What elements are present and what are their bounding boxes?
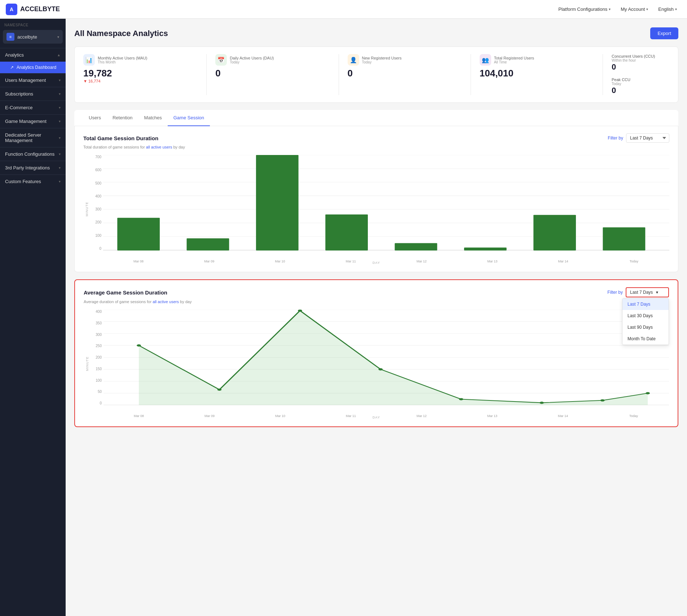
sidebar-item-custom-features[interactable]: Custom Features ▾ — [0, 175, 66, 188]
bar-chart-svg — [103, 155, 669, 251]
mau-header: 📊 Monthly Active Users (MAU) This Month — [83, 54, 198, 66]
dau-header: 📅 Daily Active Users (DAU) Today — [215, 54, 330, 66]
top-nav: A ACCELBYTE Platform Configurations ▾ My… — [0, 0, 687, 19]
tabs-row: Users Retention Matches Game Session — [74, 110, 678, 126]
dau-value: 0 — [215, 68, 330, 79]
tab-users[interactable]: Users — [83, 110, 107, 126]
sidebar-item-subscriptions[interactable]: Subscriptions ▾ — [0, 87, 66, 101]
peak-ccu-sublabel: Today — [612, 82, 669, 86]
function-configs-chevron-icon: ▾ — [59, 152, 61, 156]
sidebar-item-analytics[interactable]: Analytics ▲ — [0, 48, 66, 62]
avg-game-session-section: Average Game Session Duration Filter by … — [74, 279, 678, 427]
sidebar-section-subscriptions: Subscriptions ▾ — [0, 87, 66, 101]
nru-icon: 👤 — [348, 54, 359, 66]
svg-point-28 — [298, 310, 302, 312]
dropdown-option-7days[interactable]: Last 7 Days — [622, 298, 669, 310]
namespace-value: accelbyte — [17, 34, 37, 40]
top-nav-actions: Platform Configurations ▾ My Account ▾ E… — [554, 4, 681, 14]
namespace-icon: ≡ — [6, 33, 14, 41]
ccu-sublabel: Within the hour — [612, 58, 669, 62]
metric-card-dau: 📅 Daily Active Users (DAU) Today 0 — [215, 54, 339, 95]
x-labels: Mar 08 Mar 09 Mar 10 Mar 11 Mar 12 Mar 1… — [103, 251, 669, 263]
avg-chart-subtitle: Average duration of game sessions for al… — [84, 300, 669, 304]
svg-rect-8 — [117, 218, 160, 251]
avg-game-session-filter: Filter by Last 7 Days ▾ Last 7 Days Last… — [607, 287, 669, 297]
total-chart-subtitle: Total duration of game sessions for all … — [83, 145, 669, 149]
sidebar-item-function-configurations[interactable]: Function Configurations ▾ — [0, 147, 66, 161]
total-filter-select[interactable]: Last 7 Days Last 30 Days Last 90 Days Mo… — [626, 133, 669, 143]
sidebar-item-users-management[interactable]: Users Management ▾ — [0, 74, 66, 87]
3rd-party-chevron-icon: ▾ — [59, 166, 61, 170]
game-mgmt-chevron-icon: ▾ — [59, 119, 61, 123]
tab-game-session[interactable]: Game Session — [168, 110, 210, 126]
dropdown-option-90days[interactable]: Last 90 Days — [622, 322, 669, 333]
namespace-label: NAMESPACE — [0, 19, 66, 30]
svg-marker-25 — [139, 311, 648, 405]
sidebar-item-game-management[interactable]: Game Management ▾ — [0, 115, 66, 128]
line-x-axis-title: DAY — [373, 416, 380, 419]
ccu-concurrent: Concurrent Users (CCU) Within the hour 0 — [612, 54, 669, 72]
sidebar-item-3rd-party[interactable]: 3rd Party Integrations ▾ — [0, 161, 66, 174]
line-x-labels: Mar 08 Mar 09 Mar 10 Mar 11 Mar 12 Mar 1… — [104, 405, 669, 418]
dropdown-option-30days[interactable]: Last 30 Days — [622, 310, 669, 322]
metric-card-mau: 📊 Monthly Active Users (MAU) This Month … — [83, 54, 207, 95]
my-account-btn[interactable]: My Account ▾ — [616, 4, 652, 14]
ccu-value: 0 — [612, 62, 669, 72]
svg-rect-12 — [395, 243, 437, 251]
logo[interactable]: A ACCELBYTE — [6, 4, 60, 15]
sidebar-section-custom-features: Custom Features ▾ — [0, 174, 66, 188]
x-axis-title: DAY — [373, 261, 380, 265]
logo-text: ACCELBYTE — [20, 5, 60, 13]
sidebar-item-analytics-dashboard[interactable]: ↗ Analytics Dashboard — [0, 62, 66, 73]
analytics-chevron-icon: ▲ — [57, 53, 61, 57]
sidebar-item-dedicated-server[interactable]: Dedicated Server Management ▾ — [0, 128, 66, 147]
svg-point-29 — [378, 368, 383, 371]
tru-value: 104,010 — [480, 68, 594, 79]
custom-features-chevron-icon: ▾ — [59, 180, 61, 183]
peak-ccu-label: Peak CCU — [612, 77, 669, 82]
sidebar-section-3rd-party: 3rd Party Integrations ▾ — [0, 161, 66, 174]
filter-chevron-icon: ▾ — [656, 290, 658, 295]
y-axis-title: MINUTE — [85, 202, 89, 217]
total-game-session-section: Total Game Session Duration Filter by La… — [74, 126, 678, 272]
language-btn[interactable]: English ▾ — [654, 4, 681, 14]
page-title: All Namespace Analytics — [74, 29, 168, 38]
sidebar-section-ecommerce: E-Commerce ▾ — [0, 101, 66, 114]
tab-matches[interactable]: Matches — [138, 110, 168, 126]
avg-game-session-title: Average Game Session Duration — [84, 289, 167, 296]
tru-sublabel: All Time — [494, 60, 534, 64]
svg-point-31 — [540, 402, 544, 404]
svg-point-27 — [217, 389, 222, 391]
platform-configurations-btn[interactable]: Platform Configurations ▾ — [554, 4, 615, 14]
tab-retention[interactable]: Retention — [107, 110, 138, 126]
page-header: All Namespace Analytics Export — [74, 27, 678, 39]
namespace-chevron-icon: ▾ — [57, 35, 59, 39]
svg-rect-11 — [325, 214, 368, 251]
sidebar: NAMESPACE ≡ accelbyte ▾ Analytics ▲ ↗ An… — [0, 19, 66, 616]
mau-icon: 📊 — [83, 54, 95, 66]
main-layout: NAMESPACE ≡ accelbyte ▾ Analytics ▲ ↗ An… — [0, 19, 687, 616]
users-mgmt-chevron-icon: ▾ — [59, 78, 61, 82]
line-chart: 400 350 300 250 200 150 100 50 0 MINUTE — [84, 310, 669, 418]
svg-rect-13 — [464, 248, 507, 251]
dau-label: Daily Active Users (DAU) — [230, 56, 274, 60]
avg-game-session-header: Average Game Session Duration Filter by … — [84, 287, 669, 297]
tru-label: Total Registered Users — [494, 56, 534, 60]
svg-rect-15 — [603, 227, 646, 251]
nru-header: 👤 New Registered Users Today — [348, 54, 462, 66]
avg-filter-value: Last 7 Days — [630, 290, 653, 295]
dau-icon: 📅 — [215, 54, 227, 66]
export-button[interactable]: Export — [650, 27, 678, 39]
dropdown-option-month-to-date[interactable]: Month To Date — [622, 333, 669, 345]
namespace-selector[interactable]: ≡ accelbyte ▾ — [3, 30, 63, 44]
svg-point-26 — [137, 344, 141, 346]
mau-trend: ▼ 16,774 — [83, 79, 198, 83]
ccu-label: Concurrent Users (CCU) — [612, 54, 669, 58]
sidebar-section-users-management: Users Management ▾ — [0, 73, 66, 87]
sidebar-section-analytics: Analytics ▲ ↗ Analytics Dashboard — [0, 48, 66, 73]
ecommerce-chevron-icon: ▾ — [59, 106, 61, 110]
avg-filter-btn[interactable]: Last 7 Days ▾ — [626, 287, 669, 297]
dedicated-server-chevron-icon: ▾ — [59, 136, 61, 140]
sidebar-item-ecommerce[interactable]: E-Commerce ▾ — [0, 101, 66, 114]
metric-card-tru: 👥 Total Registered Users All Time 104,01… — [480, 54, 603, 95]
